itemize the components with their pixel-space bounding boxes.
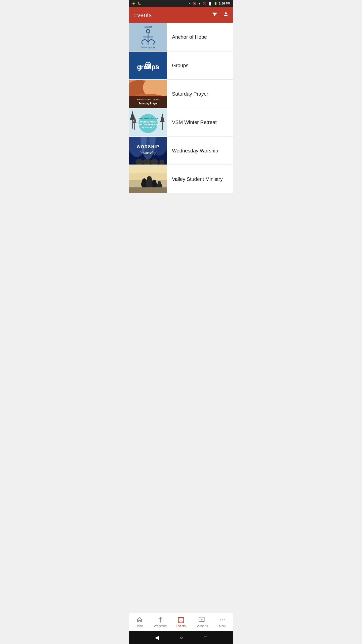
- svg-point-72: [220, 619, 221, 620]
- svg-rect-48: [129, 165, 167, 173]
- svg-rect-27: [162, 121, 163, 130]
- saturday-prayer-label: Saturday Prayer: [167, 80, 233, 108]
- svg-point-43: [159, 159, 164, 165]
- svg-text:HIGH SCHOOL: HIGH SCHOOL: [140, 120, 156, 123]
- svg-text:Wednesday: Wednesday: [140, 151, 156, 155]
- filter-icon[interactable]: [212, 11, 218, 19]
- groups-image: gr groups groups: [129, 52, 167, 79]
- svg-text:Saturday Prayer: Saturday Prayer: [139, 102, 158, 105]
- signal-icon: ▐▌: [208, 2, 212, 5]
- nfc-icon: N: [188, 2, 191, 5]
- svg-text:Anchor: Anchor: [144, 25, 152, 28]
- list-item[interactable]: Valley Student Ministry HIGH SCHOOL WINT…: [129, 108, 233, 136]
- svg-text:groups: groups: [137, 63, 159, 71]
- nav-label-events: Events: [176, 624, 186, 628]
- profile-icon[interactable]: [223, 11, 229, 19]
- app-bar-actions: [212, 11, 229, 19]
- svg-point-54: [153, 180, 156, 183]
- nav-item-weekend[interactable]: Weekend: [150, 613, 170, 631]
- calendar-icon: [177, 616, 185, 623]
- anchor-of-hope-label: Anchor of Hope: [167, 23, 233, 51]
- wednesday-worship-label: Wednesday Worship: [167, 137, 233, 165]
- svg-text:EVERY SATURDAY | 8-9AM: EVERY SATURDAY | 8-9AM: [137, 99, 159, 101]
- nav-label-home: Home: [135, 624, 144, 628]
- nav-label-sermons: Sermons: [196, 624, 208, 628]
- wifi-icon: ▼: [198, 2, 201, 5]
- home-icon: [136, 616, 143, 623]
- mute-icon: 🔇: [193, 2, 197, 5]
- list-item[interactable]: WORSHIP Wednesday Wednesday Worship: [129, 137, 233, 165]
- clock: 2:56 PM: [219, 2, 230, 5]
- nav-item-events[interactable]: Events: [171, 613, 191, 631]
- bug-icon: 🐛: [138, 2, 141, 5]
- usb-icon: ⚡: [132, 2, 135, 5]
- events-list: Anchor of Hope Anchor Anchor of Hope gr …: [129, 23, 233, 613]
- anchor-of-hope-image: Anchor of Hope Anchor: [129, 23, 167, 51]
- groups-label: Groups: [167, 52, 233, 79]
- battery-icon: 🔋: [214, 2, 217, 5]
- svg-point-0: [225, 12, 227, 14]
- list-item[interactable]: gr groups groups Groups: [129, 52, 233, 79]
- svg-rect-25: [132, 118, 133, 129]
- status-right-icons: N 🔇 ▼ 🚫 ▐▌ 🔋 2:56 PM: [188, 2, 231, 5]
- saturday-prayer-image: EVERY SATURDAY | 8-9AM Saturday Prayer: [129, 80, 167, 108]
- home-button[interactable]: ○: [180, 635, 183, 640]
- cross-icon: [157, 616, 164, 623]
- nav-item-home[interactable]: Home: [129, 613, 150, 631]
- page-title: Events: [133, 12, 152, 19]
- svg-point-50: [142, 178, 146, 182]
- svg-text:Valley Student Ministry: Valley Student Ministry: [139, 117, 158, 119]
- system-nav-bar: ◀ ○ □: [129, 631, 233, 644]
- wednesday-worship-image: WORSHIP Wednesday: [129, 137, 167, 165]
- more-dots-icon: [219, 616, 226, 623]
- nav-label-more: More: [219, 624, 226, 628]
- nav-label-weekend: Weekend: [154, 624, 166, 628]
- svg-text:WINTER RETREAT: WINTER RETREAT: [138, 123, 158, 126]
- svg-text:FEB 28-MAR 1: FEB 28-MAR 1: [142, 127, 154, 128]
- list-item[interactable]: EVERY SATURDAY | 8-9AM Saturday Prayer S…: [129, 80, 233, 108]
- svg-point-73: [222, 619, 223, 620]
- svg-rect-29: [134, 122, 135, 130]
- back-button[interactable]: ◀: [155, 634, 159, 640]
- svg-point-52: [147, 176, 152, 181]
- vsm-winter-retreat-label: VSM Winter Retreat: [167, 108, 233, 136]
- svg-text:WORSHIP: WORSHIP: [137, 145, 159, 149]
- status-bar: ⚡ 🐛 N 🔇 ▼ 🚫 ▐▌ 🔋 2:56 PM: [129, 0, 233, 7]
- valley-student-ministry-label: Valley Student Ministry: [167, 165, 233, 193]
- svg-point-74: [224, 619, 225, 620]
- nav-item-sermons[interactable]: Sermons: [191, 613, 212, 631]
- svg-point-56: [158, 181, 161, 185]
- recents-button[interactable]: □: [204, 635, 207, 640]
- list-item[interactable]: Valley Student Ministry: [129, 165, 233, 193]
- list-item[interactable]: Anchor of Hope Anchor Anchor of Hope: [129, 23, 233, 51]
- svg-text:Anchor of Hope: Anchor of Hope: [141, 46, 155, 49]
- svg-rect-57: [129, 187, 167, 193]
- app-bar: Events: [129, 7, 233, 23]
- status-left-icons: ⚡ 🐛: [132, 2, 141, 5]
- nav-item-more[interactable]: More: [212, 613, 233, 631]
- bottom-nav: Home Weekend Events Sermons: [129, 613, 233, 631]
- sermons-icon: [198, 616, 205, 623]
- valley-student-ministry-image: [129, 165, 167, 193]
- vsm-winter-retreat-image: Valley Student Ministry HIGH SCHOOL WINT…: [129, 108, 167, 136]
- battery-blocked-icon: 🚫: [203, 2, 206, 5]
- svg-marker-71: [201, 619, 203, 620]
